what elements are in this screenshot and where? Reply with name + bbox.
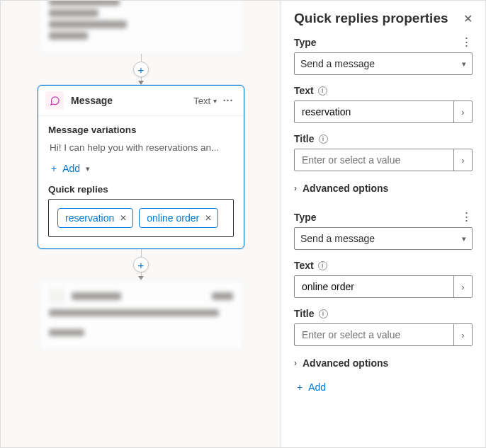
title-input-field[interactable] [300, 154, 453, 166]
chevron-down-icon: ▾ [213, 97, 217, 105]
text-input-field[interactable] [300, 105, 453, 118]
message-node-header: Message Text ▾ ··· [38, 86, 244, 116]
arrow-right-icon[interactable]: › [453, 101, 472, 122]
chevron-down-icon: ▾ [86, 164, 90, 173]
variations-label: Message variations [48, 125, 234, 135]
message-icon [45, 91, 64, 110]
arrow-right-icon[interactable]: › [453, 324, 472, 345]
connector: + [29, 249, 253, 280]
text-input-field[interactable] [300, 280, 453, 293]
add-variation-button[interactable]: + Add ▾ [48, 160, 234, 177]
text-input[interactable]: › [294, 100, 473, 123]
info-icon[interactable]: i [318, 261, 327, 270]
title-label: Title [294, 133, 315, 144]
quick-replies-container[interactable]: reservation ✕ online order ✕ [48, 199, 234, 237]
advanced-options-toggle[interactable]: › Advanced options [294, 357, 473, 369]
type-select[interactable]: Send a message ▾ [294, 227, 473, 250]
chevron-down-icon: ▾ [462, 234, 466, 243]
add-reply-label: Add [308, 381, 326, 393]
arrow-right-icon[interactable]: › [453, 276, 472, 297]
message-variation-text[interactable]: Hi! I can help you with reservations an.… [48, 139, 234, 160]
chip-remove-icon[interactable]: ✕ [205, 213, 212, 223]
flow-canvas: + Message Text ▾ ··· Message variations … [1, 1, 281, 447]
chip-label: online order [147, 212, 199, 224]
chevron-right-icon: › [294, 358, 297, 368]
message-more-menu[interactable]: ··· [220, 95, 237, 106]
add-node-button[interactable]: + [133, 257, 149, 272]
text-label: Text [294, 260, 314, 271]
title-input[interactable]: › [294, 323, 473, 346]
add-node-button[interactable]: + [133, 62, 149, 77]
quick-replies-label: Quick replies [48, 184, 234, 195]
properties-panel: Quick replies properties ✕ Type ⋮ Send a… [281, 1, 485, 447]
text-label: Text [294, 85, 314, 96]
reply-more-menu[interactable]: ⋮ [460, 211, 473, 223]
close-icon[interactable]: ✕ [463, 12, 473, 25]
quick-reply-chip[interactable]: online order ✕ [139, 208, 218, 228]
advanced-options-label: Advanced options [303, 183, 388, 194]
plus-icon: + [297, 381, 303, 393]
info-icon[interactable]: i [318, 86, 327, 96]
chip-remove-icon[interactable]: ✕ [120, 213, 127, 223]
type-label: Type [294, 212, 317, 223]
chip-label: reservation [65, 212, 114, 224]
message-type-label: Text [193, 96, 210, 106]
message-type-dropdown[interactable]: Text ▾ [191, 94, 220, 108]
blurred-node-bottom [38, 280, 244, 350]
message-node[interactable]: Message Text ▾ ··· Message variations Hi… [38, 85, 244, 249]
message-node-title: Message [71, 95, 191, 106]
advanced-options-label: Advanced options [303, 357, 388, 369]
arrow-right-icon[interactable]: › [453, 149, 472, 171]
type-value: Send a message [300, 58, 375, 69]
reply-more-menu[interactable]: ⋮ [460, 36, 473, 48]
add-variation-label: Add [62, 163, 80, 174]
advanced-options-toggle[interactable]: › Advanced options [294, 183, 473, 194]
blurred-node-top [38, 1, 244, 54]
chevron-down-icon: ▾ [462, 59, 466, 69]
panel-title: Quick replies properties [294, 11, 448, 26]
type-select[interactable]: Send a message ▾ [294, 52, 473, 75]
info-icon[interactable]: i [319, 134, 328, 144]
type-label: Type [294, 37, 317, 48]
plus-icon: + [51, 163, 57, 174]
add-reply-button[interactable]: + Add [294, 379, 473, 396]
title-label: Title [294, 308, 315, 319]
title-input-field[interactable] [300, 328, 453, 341]
quick-reply-chip[interactable]: reservation ✕ [57, 208, 133, 228]
title-input[interactable]: › [294, 149, 473, 171]
text-input[interactable]: › [294, 275, 473, 298]
info-icon[interactable]: i [319, 309, 328, 318]
type-value: Send a message [300, 233, 375, 244]
connector: + [29, 54, 253, 85]
chevron-right-icon: › [294, 183, 297, 193]
